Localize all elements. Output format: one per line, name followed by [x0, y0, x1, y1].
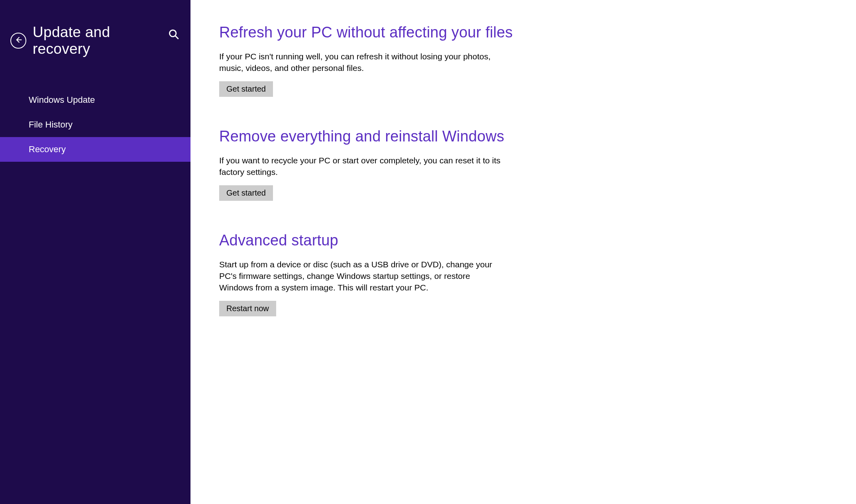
sidebar-item-windows-update[interactable]: Windows Update [0, 88, 190, 112]
section-title: Remove everything and reinstall Windows [219, 128, 800, 145]
search-button[interactable] [168, 29, 179, 40]
sidebar-item-file-history[interactable]: File History [0, 112, 190, 137]
sidebar-nav: Windows Update File History Recovery [0, 88, 190, 162]
section-remove-everything: Remove everything and reinstall Windows … [219, 128, 800, 201]
section-description: If your PC isn't running well, you can r… [219, 51, 506, 74]
section-refresh-pc: Refresh your PC without affecting your f… [219, 24, 800, 97]
section-advanced-startup: Advanced startup Start up from a device … [219, 232, 800, 316]
sidebar-header: Update and recovery [0, 0, 190, 73]
main-content: Refresh your PC without affecting your f… [190, 0, 856, 504]
page-title: Update and recovery [33, 24, 171, 57]
sidebar-item-recovery[interactable]: Recovery [0, 137, 190, 162]
sidebar-item-label: Recovery [29, 144, 66, 154]
get-started-refresh-button[interactable]: Get started [219, 81, 273, 97]
svg-line-1 [175, 36, 179, 39]
section-title: Advanced startup [219, 232, 800, 249]
section-description: If you want to recycle your PC or start … [219, 155, 506, 178]
restart-now-button[interactable]: Restart now [219, 301, 276, 316]
section-title: Refresh your PC without affecting your f… [219, 24, 800, 41]
sidebar: Update and recovery Windows Update File … [0, 0, 190, 504]
sidebar-item-label: File History [29, 120, 73, 129]
sidebar-item-label: Windows Update [29, 95, 95, 105]
search-icon [168, 34, 179, 41]
back-arrow-icon [14, 36, 22, 45]
back-button[interactable] [10, 33, 26, 49]
section-description: Start up from a device or disc (such as … [219, 259, 506, 294]
get-started-remove-button[interactable]: Get started [219, 185, 273, 201]
svg-point-0 [170, 30, 176, 37]
